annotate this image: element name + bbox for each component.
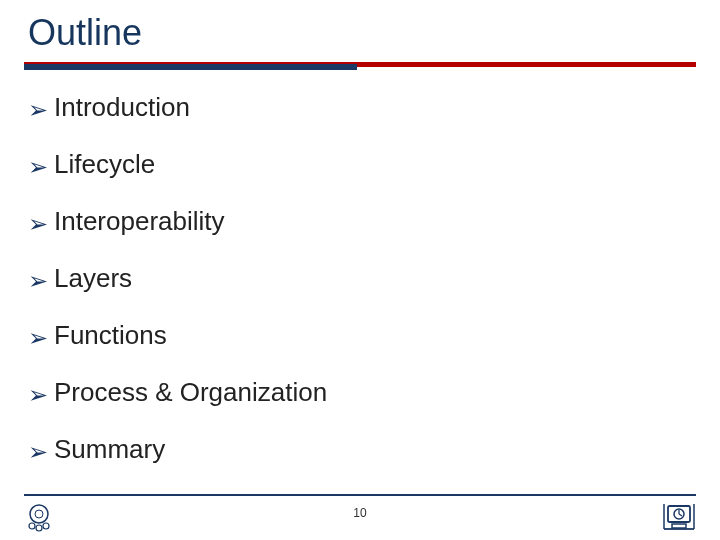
- bullet-label: Functions: [54, 320, 167, 351]
- svg-point-0: [30, 505, 48, 523]
- arrow-bullet-icon: ➢: [28, 440, 48, 464]
- bullet-label: Layers: [54, 263, 132, 294]
- list-item: ➢ Summary: [28, 434, 720, 465]
- list-item: ➢ Introduction: [28, 92, 720, 123]
- bullet-list: ➢ Introduction ➢ Lifecycle ➢ Interoperab…: [0, 74, 720, 465]
- svg-point-3: [36, 525, 42, 531]
- logo-right-icon: [662, 502, 696, 532]
- rule-navy: [24, 64, 357, 70]
- page-title: Outline: [0, 0, 720, 62]
- arrow-bullet-icon: ➢: [28, 155, 48, 179]
- bullet-label: Summary: [54, 434, 165, 465]
- list-item: ➢ Functions: [28, 320, 720, 351]
- slide: Outline ➢ Introduction ➢ Lifecycle ➢ Int…: [0, 0, 720, 540]
- svg-line-8: [679, 514, 682, 516]
- bullet-label: Process & Organization: [54, 377, 327, 408]
- svg-point-4: [43, 523, 49, 529]
- bullet-label: Introduction: [54, 92, 190, 123]
- bullet-label: Interoperability: [54, 206, 225, 237]
- svg-point-2: [29, 523, 35, 529]
- svg-rect-9: [672, 524, 686, 528]
- list-item: ➢ Process & Organization: [28, 377, 720, 408]
- list-item: ➢ Lifecycle: [28, 149, 720, 180]
- page-number: 10: [0, 506, 720, 520]
- arrow-bullet-icon: ➢: [28, 269, 48, 293]
- list-item: ➢ Layers: [28, 263, 720, 294]
- list-item: ➢ Interoperability: [28, 206, 720, 237]
- arrow-bullet-icon: ➢: [28, 383, 48, 407]
- arrow-bullet-icon: ➢: [28, 326, 48, 350]
- svg-point-1: [35, 510, 43, 518]
- footer-rule: [24, 494, 696, 496]
- arrow-bullet-icon: ➢: [28, 212, 48, 236]
- logo-left-icon: [24, 502, 54, 532]
- arrow-bullet-icon: ➢: [28, 98, 48, 122]
- bullet-label: Lifecycle: [54, 149, 155, 180]
- title-rule: [24, 62, 696, 70]
